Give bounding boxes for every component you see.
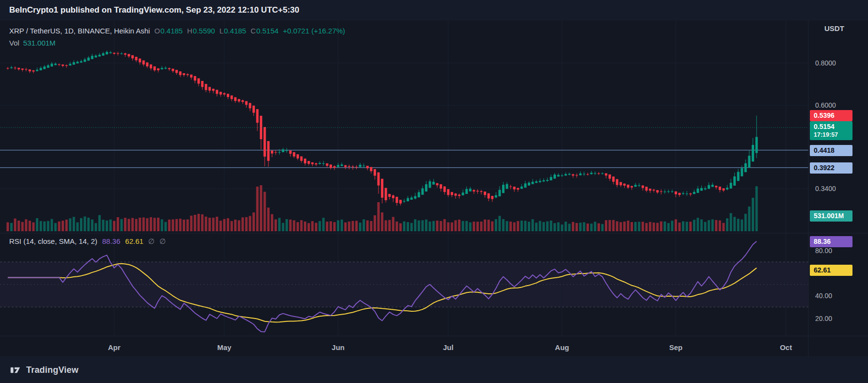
volume-label: Vol xyxy=(9,39,19,47)
close-value: 0.5154 xyxy=(256,27,279,35)
rsi-band-empty-1: ∅ xyxy=(148,237,155,245)
low-value: 0.4185 xyxy=(224,27,246,35)
symbol-title[interactable]: XRP / TetherUS, 1D, BINANCE, Heikin Ashi xyxy=(9,27,150,35)
high-label: H xyxy=(187,27,192,35)
volume-badge[interactable]: 531.001M xyxy=(810,210,852,222)
low-label: L xyxy=(220,27,223,35)
price-badge-level-1-value: 0.4418 xyxy=(814,146,835,154)
symbol-legend[interactable]: XRP / TetherUS, 1D, BINANCE, Heikin Ashi… xyxy=(9,27,345,35)
month-label: Jul xyxy=(433,343,464,351)
rsi-tick-label: 40.00 xyxy=(815,291,832,301)
month-label: Jun xyxy=(323,343,354,351)
rsi-badge[interactable]: 88.36 xyxy=(810,236,852,247)
rsi-value: 88.36 xyxy=(102,237,121,245)
price-badge-level-2[interactable]: 0.3922 xyxy=(810,162,852,174)
tradingview-published-chart: BeInCrypto1 published on TradingView.com… xyxy=(0,0,868,383)
volume-badge-value: 531.001M xyxy=(814,212,844,220)
month-label: May xyxy=(209,343,240,351)
rsi-tick-label: 80.00 xyxy=(815,246,832,255)
bar-countdown: 17:19:57 xyxy=(814,131,849,139)
rsi-badge-value: 88.36 xyxy=(814,238,831,245)
month-label: Oct xyxy=(771,343,802,351)
price-axis-currency: USDT xyxy=(824,24,844,32)
month-label: Sep xyxy=(660,343,691,351)
rsi-title[interactable]: RSI (14, close, SMA, 14, 2) xyxy=(9,237,97,245)
footer-bar: TradingView xyxy=(0,357,868,383)
price-badge-high-value: 0.5396 xyxy=(814,112,835,119)
rsi-tick-label: 20.00 xyxy=(815,314,832,323)
high-value: 0.5590 xyxy=(193,27,215,35)
month-label: Apr xyxy=(99,343,130,351)
volume-legend[interactable]: Vol531.001M xyxy=(9,39,56,47)
price-badge-high[interactable]: 0.5396 xyxy=(810,110,852,121)
price-badge-level-2-value: 0.3922 xyxy=(814,164,835,172)
rsi-sma-badge-value: 62.61 xyxy=(814,266,831,274)
rsi-sma-badge[interactable]: 62.61 xyxy=(810,265,852,276)
open-label: O xyxy=(154,27,160,35)
price-badge-last[interactable]: 0.5154 17:19:57 xyxy=(810,121,852,140)
price-badge-last-value: 0.5154 xyxy=(814,123,835,130)
volume-value: 531.001M xyxy=(23,39,56,47)
rsi-legend[interactable]: RSI (14, close, SMA, 14, 2)88.3662.61∅∅ xyxy=(9,237,166,246)
change-value: +0.0721 (+16.27%) xyxy=(283,27,345,35)
publish-banner: BeInCrypto1 published on TradingView.com… xyxy=(0,0,868,20)
open-value: 0.4185 xyxy=(160,27,183,35)
publish-text: BeInCrypto1 published on TradingView.com… xyxy=(9,5,300,15)
tradingview-brand-link[interactable]: TradingView xyxy=(26,365,79,375)
chart-canvas[interactable] xyxy=(0,0,868,383)
price-tick-label: 0.6000 xyxy=(815,100,836,110)
rsi-band-empty-2: ∅ xyxy=(159,237,166,245)
close-label: C xyxy=(251,27,256,35)
price-tick-label: 0.8000 xyxy=(815,58,836,68)
price-badge-level-1[interactable]: 0.4418 xyxy=(810,145,852,156)
price-tick-label: 0.3400 xyxy=(815,184,836,193)
rsi-sma-value: 62.61 xyxy=(125,237,143,245)
tradingview-logo-icon[interactable] xyxy=(9,364,22,377)
month-label: Aug xyxy=(547,343,578,351)
